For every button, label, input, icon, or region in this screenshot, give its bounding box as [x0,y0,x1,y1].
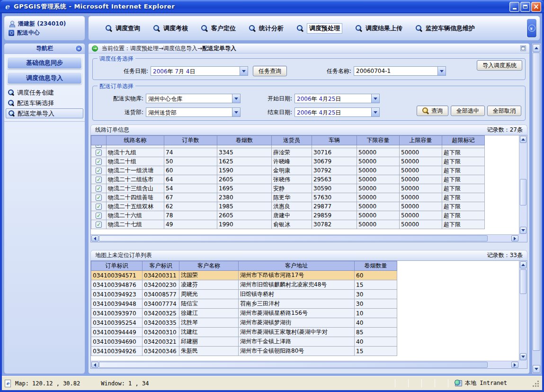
column-header[interactable]: 客户地址 [239,261,355,271]
table-row[interactable]: 物流二十五组双林621985洪惠良298775000050000超下限 [91,202,485,211]
sidebar-item-vehicle-select[interactable]: 配送车辆选择 [4,98,85,108]
scroll-down-button[interactable] [520,353,526,360]
cell: 超下限 [442,220,485,229]
scrollbar-thumb[interactable] [99,235,488,241]
column-header[interactable]: 客户标识 [143,261,179,271]
deselect-all-button[interactable]: 全部取消 [487,106,521,116]
table-row[interactable]: 034100393970034200325徐建江湖州市菱湖镇星桥路156号10 [91,309,397,318]
row-checkbox[interactable] [96,150,102,156]
toolbar-item-vehicle-info-maintain[interactable]: 监控车辆信息维护 [416,24,475,33]
horizontal-scrollbar[interactable] [91,361,519,368]
scrollbar-thumb[interactable] [533,53,540,351]
row-checkbox[interactable] [96,195,102,201]
row-checkbox[interactable] [96,186,102,192]
column-header[interactable]: 上限容量 [400,136,442,145]
row-checkbox[interactable] [96,159,102,165]
scroll-up-button[interactable] [520,261,526,268]
table-row[interactable]: 物流二十组501625许晓峰306795000050000超下限 [91,157,485,166]
table-row[interactable]: 034100395254034200335沈胜琴湖州市菱湖镇梦湖街40 [91,318,397,328]
dropdown-arrow-icon[interactable] [240,67,248,75]
column-header[interactable]: 订单数 [164,136,217,145]
row-checkbox[interactable] [96,213,102,219]
scroll-down-button[interactable] [520,227,526,234]
table-row[interactable]: 034100394876034200230凌建芬湖州市旧馆镇麒麟村北凌家兜48号… [91,280,397,290]
close-button[interactable] [531,2,541,12]
minimize-button[interactable] [509,2,519,12]
import-to-dispatch-button[interactable]: 导入调度系统 [477,60,522,71]
table-row[interactable]: 物流二十一组洪塘601590金明康307925000050000超下限 [91,166,485,175]
sidebar-item-order-import[interactable]: 配送定单导入 [6,108,83,118]
task-query-button[interactable]: 任务查询 [253,66,287,76]
start-date-select[interactable]: 2006年 4月25日 [294,94,380,103]
toolbar-item-stats-analysis[interactable]: 统计分析 [249,24,284,33]
search-icon [8,89,14,96]
row-checkbox[interactable] [96,204,102,210]
search-button[interactable]: 查询 [417,106,448,116]
end-date-select[interactable]: 2006年 4月25日 [294,107,380,117]
scroll-left-button[interactable] [91,235,98,241]
select-all-button[interactable]: 全部选中 [451,106,485,116]
sidebar-collapse-button[interactable] [75,45,82,52]
toolbar-item-dispatch-assess[interactable]: 调度考核 [153,24,188,33]
column-header[interactable]: 订单标识 [91,261,143,271]
column-header[interactable]: 送货员 [272,136,312,145]
scroll-right-button[interactable] [511,235,518,241]
scroll-up-button[interactable] [520,136,526,143]
scroll-right-button[interactable] [511,362,518,368]
column-header[interactable]: 卷烟数量 [355,261,397,271]
table-row[interactable]: 物流二十六组782605唐建中298595000050000超下限 [91,211,485,220]
column-header[interactable]: 下限容量 [357,136,400,145]
dropdown-arrow-icon[interactable] [232,94,240,103]
toolbar-item-dispatch-preprocess[interactable]: 调度预处理 [297,23,342,34]
panel-restore-icon[interactable] [520,45,526,51]
scrollbar-thumb[interactable] [520,179,526,205]
horizontal-scrollbar[interactable] [91,234,519,242]
table-row[interactable]: 034100394690034200321邱建丽湖州市千金镇上泽路40 [91,337,397,347]
table-row[interactable]: 034100394571034200311沈国荣湖州市下昂镇市河路17号60 [91,271,397,280]
toolbar-item-dispatch-result-upload[interactable]: 调度结果上传 [356,24,402,33]
column-header[interactable]: 客户名称 [179,261,239,271]
scroll-left-button[interactable] [91,362,98,368]
table-row[interactable]: 034100394923034008577周晓光旧馆镇寺桥村30 [91,290,397,299]
resize-grip[interactable] [532,380,539,387]
table-row[interactable]: 物流十九组743345薛淦荣307165000050000超下限 [91,148,485,157]
page-vertical-scrollbar[interactable] [532,43,541,374]
column-header[interactable]: 车辆 [312,136,357,145]
table-row[interactable]: 物流二十七组491990俞银冰307825000050000超下限 [91,220,485,229]
row-checkbox[interactable] [96,168,102,174]
row-checkbox[interactable] [96,177,102,183]
column-header[interactable]: 线路名称 [107,136,164,145]
scrollbar-thumb[interactable] [99,362,488,368]
column-header[interactable]: 超限标记 [442,136,485,145]
scroll-up-button[interactable] [533,44,540,52]
sidebar-group-basic-info-sync[interactable]: 基础信息同步 [7,57,82,69]
vertical-scrollbar[interactable] [519,261,527,361]
column-header[interactable]: 卷烟数 [217,136,272,145]
row-checkbox[interactable] [96,222,102,228]
table-row[interactable]: 物流二十四组善琏672380陈更华576305000050000超下限 [91,193,485,202]
vertical-scrollbar[interactable] [519,135,527,234]
toolbar-more-button[interactable] [526,18,537,38]
scrollbar-thumb[interactable] [520,269,526,294]
dropdown-arrow-icon[interactable] [371,108,379,116]
dropdown-arrow-icon[interactable] [232,108,240,116]
cell: 物流二十组 [107,157,164,166]
sidebar-group-dispatch-info-import[interactable]: 调度信息导入 [7,72,82,84]
dropdown-arrow-icon[interactable] [437,67,446,75]
table-row[interactable]: 034100394926034200346朱新民湖州市千金镇朝阳路80号15 [91,347,397,356]
table-row[interactable]: 034100394449034200310沈建红湖州市菱湖镇王家墩村(菱湖中学对… [91,328,397,337]
dropdown-arrow-icon[interactable] [371,94,379,103]
row-checkbox[interactable] [96,145,102,148]
delivery-dept-select[interactable]: 湖州送货部 [146,107,241,117]
table-row[interactable]: 034100394948034007774陆信宝苕南乡三田洋村30 [91,299,397,309]
table-row[interactable]: 物流二十三组含山541695安静305905000050000超下限 [91,184,485,193]
task-name-select[interactable]: 20060704-1 [354,66,446,76]
warehouse-select[interactable]: 湖州中心仓库 [146,94,241,103]
toolbar-item-customer-locate[interactable]: 客户定位 [201,24,236,33]
table-row[interactable]: 物流二十二组练市642605张晓伟295635000050000超下限 [91,175,485,184]
toolbar-item-dispatch-query[interactable]: 调度查询 [106,24,140,33]
maximize-button[interactable] [520,2,530,12]
sidebar-item-task-create[interactable]: 调度任务创建 [4,88,85,98]
scroll-down-button[interactable] [533,365,540,373]
task-date-select[interactable]: 2006年 7月 4日 [151,66,248,76]
